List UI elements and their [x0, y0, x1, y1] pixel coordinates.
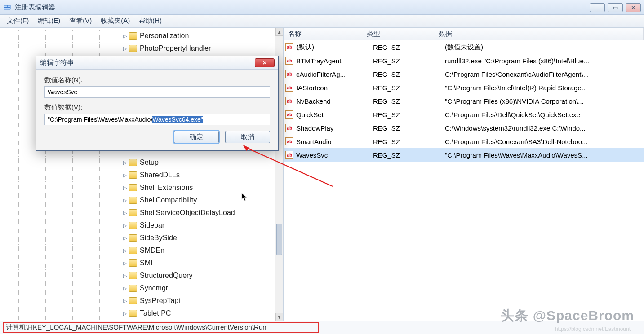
menu-edit[interactable]: 编辑(E)	[33, 15, 65, 26]
tree-item-label: SMI	[140, 259, 152, 267]
row-type: REG_SZ	[373, 138, 445, 145]
tree-item[interactable]: ▷ShellServiceObjectDelayLoad	[0, 207, 283, 219]
tree-item[interactable]: ▷SysPrepTapi	[0, 294, 283, 307]
list-row[interactable]: abWavesSvcREG_SZ"C:\Program Files\Waves\…	[284, 148, 644, 162]
row-data: C:\Windows\system32\rundll32.exe C:\Wind…	[445, 124, 644, 132]
menu-help[interactable]: 帮助(H)	[134, 15, 166, 26]
menu-view[interactable]: 查看(V)	[65, 15, 96, 26]
expander-icon[interactable]: ▷	[122, 45, 128, 52]
row-data: "C:\Program Files\Intel\Intel(R) Rapid S…	[445, 84, 644, 92]
tree-item-label: ShellCompatibility	[140, 196, 197, 204]
list-row[interactable]: abSmartAudioREG_SZC:\Program Files\Conex…	[284, 135, 644, 148]
dialog-titlebar[interactable]: 编辑字符串 ✕	[36, 56, 278, 70]
expander-icon[interactable]: ▷	[122, 33, 128, 39]
reg-sz-icon: ab	[285, 57, 293, 65]
folder-icon	[129, 259, 137, 267]
list-row[interactable]: abcAudioFilterAg...REG_SZC:\Program File…	[284, 67, 644, 81]
scroll-down-button[interactable]: ▼	[275, 313, 283, 321]
scroll-up-button[interactable]: ▲	[275, 28, 283, 36]
tree-item[interactable]: ▷ShellCompatibility	[0, 194, 283, 207]
tree-item-label: Shell Extensions	[140, 184, 193, 192]
expander-icon[interactable]: ▷	[122, 235, 128, 241]
tree-item-label: Tablet PC	[140, 309, 171, 317]
row-type: REG_SZ	[373, 70, 445, 78]
tree-item[interactable]: ▷SharedDLLs	[0, 169, 283, 181]
col-data[interactable]: 数据	[434, 28, 644, 40]
tree-item-label: Setup	[140, 158, 159, 167]
folder-icon	[129, 32, 137, 40]
tree-item[interactable]: ▷SMI	[0, 257, 283, 269]
value-name-label: 数值名称(N):	[44, 76, 270, 84]
status-path: 计算机\HKEY_LOCAL_MACHINE\SOFTWARE\Microsof…	[3, 322, 319, 333]
tree-item[interactable]: ▷SMDEn	[0, 244, 283, 257]
row-type: REG_SZ	[373, 97, 445, 105]
row-type: REG_SZ	[373, 151, 445, 159]
tree-item[interactable]: ▷Setup	[0, 156, 283, 169]
expander-icon[interactable]: ▷	[122, 260, 128, 266]
value-name-input[interactable]: WavesSvc	[44, 86, 270, 98]
list-row[interactable]: abBTMTrayAgentREG_SZrundll32.exe "C:\Pro…	[284, 54, 644, 67]
ok-button[interactable]: 确定	[174, 131, 219, 143]
list-row[interactable]: abNvBackendREG_SZ"C:\Program Files (x86)…	[284, 94, 644, 108]
row-data: "C:\Program Files\Waves\MaxxAudio\WavesS…	[445, 151, 644, 159]
value-data-selection: WavesSvc64.exe"	[152, 116, 203, 123]
list-row[interactable]: abIAStorIconREG_SZ"C:\Program Files\Inte…	[284, 81, 644, 94]
menu-favorites[interactable]: 收藏夹(A)	[96, 15, 134, 26]
list-header: 名称 类型 数据	[284, 28, 644, 40]
scroll-thumb[interactable]	[276, 224, 282, 255]
tree-item-label: PhotoPropertyHandler	[140, 44, 211, 53]
dialog-close-button[interactable]: ✕	[255, 58, 275, 67]
watermark-sub: https://blog.csdn.net/Eastmount	[555, 326, 631, 332]
list-row[interactable]: ab(默认)REG_SZ(数值未设置)	[284, 40, 644, 54]
expander-icon[interactable]: ▷	[122, 185, 128, 191]
folder-icon	[129, 297, 137, 304]
tree-item-label: Syncmgr	[140, 284, 168, 292]
expander-icon[interactable]: ▷	[122, 310, 128, 316]
value-data-label: 数值数据(V):	[44, 103, 270, 112]
expander-icon[interactable]: ▷	[122, 298, 128, 304]
expander-icon[interactable]: ▷	[122, 285, 128, 291]
folder-icon	[129, 197, 137, 204]
minimize-button[interactable]: —	[590, 3, 605, 12]
tree-item-label: Sidebar	[140, 221, 164, 229]
tree-item[interactable]: ▷StructuredQuery	[0, 269, 283, 282]
close-button[interactable]: ✕	[626, 3, 641, 12]
value-data-input[interactable]: "C:\Program Files\Waves\MaxxAudio\WavesS…	[44, 114, 270, 125]
tree-item[interactable]: ▷Syncmgr	[0, 282, 283, 294]
row-type: REG_SZ	[373, 57, 445, 65]
maximize-button[interactable]: ▭	[608, 3, 623, 12]
folder-icon	[129, 209, 137, 216]
expander-icon[interactable]: ▷	[122, 272, 128, 279]
row-type: REG_SZ	[373, 44, 445, 51]
tree-item[interactable]: ▷Tablet PC	[0, 307, 283, 320]
list-row[interactable]: abQuickSetREG_SZC:\Program Files\Dell\Qu…	[284, 108, 644, 121]
tree-item[interactable]: ▷Shell Extensions	[0, 181, 283, 194]
row-name: QuickSet	[296, 111, 373, 119]
expander-icon[interactable]: ▷	[122, 247, 128, 254]
tree-item[interactable]: ▷SideBySide	[0, 232, 283, 244]
folder-icon	[129, 159, 137, 166]
cancel-button[interactable]: 取消	[225, 131, 270, 143]
titlebar[interactable]: 注册表编辑器 — ▭ ✕	[0, 0, 644, 15]
list-row[interactable]: abShadowPlayREG_SZC:\Windows\system32\ru…	[284, 121, 644, 135]
folder-icon	[129, 247, 137, 254]
window-title: 注册表编辑器	[15, 3, 590, 12]
tree-item[interactable]: ▷Personalization	[0, 30, 283, 42]
reg-sz-icon: ab	[285, 151, 293, 159]
expander-icon[interactable]: ▷	[122, 197, 128, 203]
col-type[interactable]: 类型	[362, 28, 434, 40]
tree-item[interactable]: ▷Sidebar	[0, 219, 283, 232]
expander-icon[interactable]: ▷	[122, 172, 128, 178]
col-name[interactable]: 名称	[284, 28, 362, 40]
folder-icon	[129, 285, 137, 292]
expander-icon[interactable]: ▷	[122, 210, 128, 216]
list-body[interactable]: ab(默认)REG_SZ(数值未设置)abBTMTrayAgentREG_SZr…	[284, 40, 644, 321]
expander-icon[interactable]: ▷	[122, 159, 128, 166]
tree-item[interactable]: ▷PhotoPropertyHandler	[0, 42, 283, 55]
tree-item-label: ShellServiceObjectDelayLoad	[140, 209, 235, 217]
expander-icon[interactable]: ▷	[122, 222, 128, 229]
folder-icon	[129, 45, 137, 52]
menu-file[interactable]: 文件(F)	[2, 15, 33, 26]
folder-icon	[129, 184, 137, 191]
tree-item-label: Personalization	[140, 32, 189, 40]
